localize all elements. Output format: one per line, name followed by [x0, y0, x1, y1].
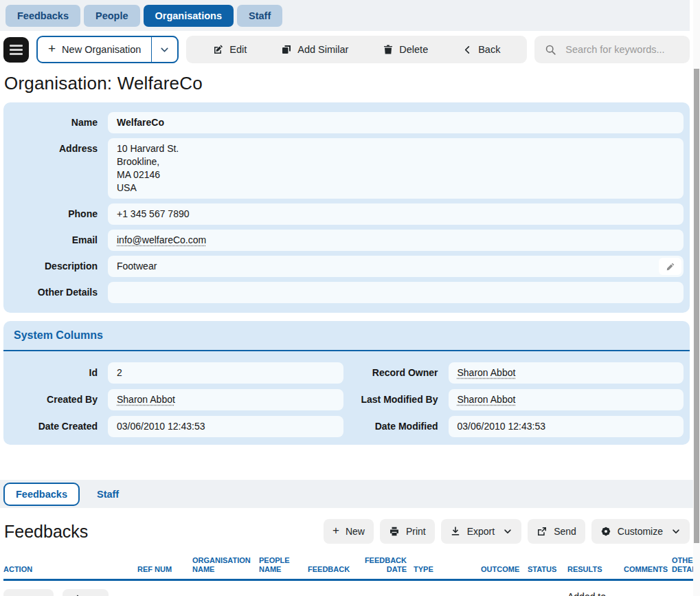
cell-feedback-date: 04/06/2010: [356, 580, 414, 596]
id-row: Id 2: [10, 362, 343, 384]
date-modified-value: 03/06/2010 12:43:53: [449, 416, 684, 437]
record-owner-label: Record Owner: [350, 362, 438, 383]
send-icon: [537, 526, 547, 537]
col-status[interactable]: STATUS: [528, 552, 567, 580]
feedbacks-title: Feedbacks: [4, 522, 88, 542]
cell-comments: [624, 580, 672, 596]
last-modified-by-link[interactable]: Sharon Abbot: [458, 394, 516, 405]
date-created-value: 03/06/2010 12:43:53: [108, 416, 343, 437]
address-value: 10 Harvard St. Brookline, MA 02146 USA: [108, 138, 684, 199]
edit-row-button[interactable]: Edit: [63, 589, 109, 596]
new-organisation-dropdown-button[interactable]: [151, 37, 177, 62]
email-label: Email: [10, 230, 98, 250]
menu-button[interactable]: [3, 37, 29, 63]
name-label: Name: [10, 112, 98, 133]
subtab-feedbacks[interactable]: Feedbacks: [3, 483, 80, 506]
copy-icon: [281, 44, 292, 55]
cell-other-details: [672, 580, 693, 596]
top-tab-bar: Feedbacks People Organisations Staff: [0, 0, 690, 31]
name-row: Name WelfareCo: [10, 112, 684, 133]
col-other-details[interactable]: OTHER DETAILS: [672, 552, 693, 580]
other-details-value: [108, 282, 684, 303]
address-label: Address: [10, 138, 98, 159]
phone-value: +1 345 567 7890: [108, 203, 684, 225]
cell-outcome: Satisfied: [481, 580, 528, 596]
search-icon: [545, 44, 556, 56]
gear-icon: [600, 526, 611, 537]
created-by-value: Sharon Abbot: [108, 389, 343, 410]
col-people-name[interactable]: PEOPLE NAME: [259, 552, 308, 580]
add-similar-button[interactable]: Add Similar: [281, 44, 348, 55]
feedbacks-table-wrap: ACTION REF NUM ORGANISATION NAME PEOPLE …: [3, 552, 693, 596]
date-created-label: Date Created: [10, 416, 98, 437]
name-value: WelfareCo: [108, 112, 684, 133]
tab-staff[interactable]: Staff: [237, 5, 282, 27]
description-value: Footwear: [108, 256, 684, 277]
col-type[interactable]: TYPE: [414, 552, 481, 580]
pencil-icon: [666, 262, 675, 272]
view-row-button[interactable]: View: [3, 589, 54, 596]
vertical-scrollbar[interactable]: [693, 0, 700, 596]
email-value: info@welfareCo.com: [108, 230, 684, 251]
new-feedback-button[interactable]: + New: [324, 519, 374, 544]
description-edit-button[interactable]: [659, 258, 681, 275]
search-box: [534, 36, 690, 63]
cell-people-name: Elizabeth Birney: [259, 580, 308, 596]
delete-button[interactable]: Delete: [383, 44, 428, 55]
page-title: Organisation: WelfareCo: [4, 73, 693, 94]
created-by-row: Created By Sharon Abbot: [10, 389, 343, 410]
tab-organisations[interactable]: Organisations: [144, 5, 234, 27]
print-button[interactable]: Print: [380, 519, 435, 544]
table-row: View Edit Del F201006-1 WelfareCo El: [3, 580, 693, 596]
row-actions: View Edit Del: [3, 580, 137, 596]
col-feedback[interactable]: FEEDBACK: [308, 552, 356, 580]
id-label: Id: [10, 362, 98, 383]
tab-feedbacks[interactable]: Feedbacks: [5, 5, 80, 27]
other-details-row: Other Details: [10, 282, 684, 303]
tab-people[interactable]: People: [84, 5, 140, 27]
record-owner-row: Record Owner Sharon Abbot: [350, 362, 684, 384]
feedbacks-table: ACTION REF NUM ORGANISATION NAME PEOPLE …: [3, 552, 693, 596]
hamburger-icon: [10, 45, 23, 47]
system-columns-panel: System Columns Id 2 Created By Sharon Ab…: [3, 321, 690, 445]
send-button[interactable]: Send: [528, 519, 585, 544]
col-outcome[interactable]: OUTCOME: [481, 552, 528, 580]
date-created-row: Date Created 03/06/2010 12:43:53: [10, 416, 343, 437]
export-button[interactable]: Export: [441, 519, 521, 544]
related-tab-bar: Feedbacks Staff: [0, 480, 693, 508]
search-input[interactable]: [565, 44, 679, 55]
plus-icon: +: [48, 41, 56, 56]
last-modified-by-label: Last Modified By: [350, 389, 438, 410]
customize-button[interactable]: Customize: [591, 519, 690, 544]
chevron-left-icon: [462, 45, 473, 55]
col-action[interactable]: ACTION: [3, 552, 137, 580]
subtab-staff[interactable]: Staff: [88, 483, 128, 505]
col-ref-num[interactable]: REF NUM: [137, 552, 192, 580]
description-label: Description: [10, 256, 98, 276]
last-modified-by-value: Sharon Abbot: [449, 389, 684, 410]
cell-status: Closed: [528, 580, 567, 596]
created-by-label: Created By: [10, 389, 98, 410]
table-header-row: ACTION REF NUM ORGANISATION NAME PEOPLE …: [3, 552, 693, 580]
scrollbar-thumb[interactable]: [694, 69, 699, 543]
record-owner-link[interactable]: Sharon Abbot: [458, 367, 516, 378]
address-row: Address 10 Harvard St. Brookline, MA 021…: [10, 138, 684, 199]
cell-type: Compliment: [414, 580, 481, 596]
new-organisation-split-button: + New Organisation: [36, 36, 179, 63]
date-modified-label: Date Modified: [350, 416, 438, 437]
system-columns-right: Record Owner Sharon Abbot Last Modified …: [350, 357, 684, 437]
new-organisation-button[interactable]: + New Organisation: [38, 37, 151, 62]
col-organisation-name[interactable]: ORGANISATION NAME: [192, 552, 259, 580]
col-feedback-date[interactable]: FEEDBACK DATE: [356, 552, 414, 580]
email-row: Email info@welfareCo.com: [10, 230, 684, 251]
edit-button[interactable]: Edit: [213, 44, 247, 55]
email-link[interactable]: info@welfareCo.com: [117, 234, 206, 245]
chevron-down-icon: [671, 527, 681, 536]
description-row: Description Footwear: [10, 256, 684, 277]
chevron-down-icon: [503, 527, 512, 536]
created-by-link[interactable]: Sharon Abbot: [117, 394, 175, 405]
col-results[interactable]: RESULTS: [567, 552, 624, 580]
col-comments[interactable]: COMMENTS: [624, 552, 672, 580]
back-button[interactable]: Back: [462, 44, 500, 55]
organisation-detail-panel: Name WelfareCo Address 10 Harvard St. Br…: [3, 102, 690, 313]
